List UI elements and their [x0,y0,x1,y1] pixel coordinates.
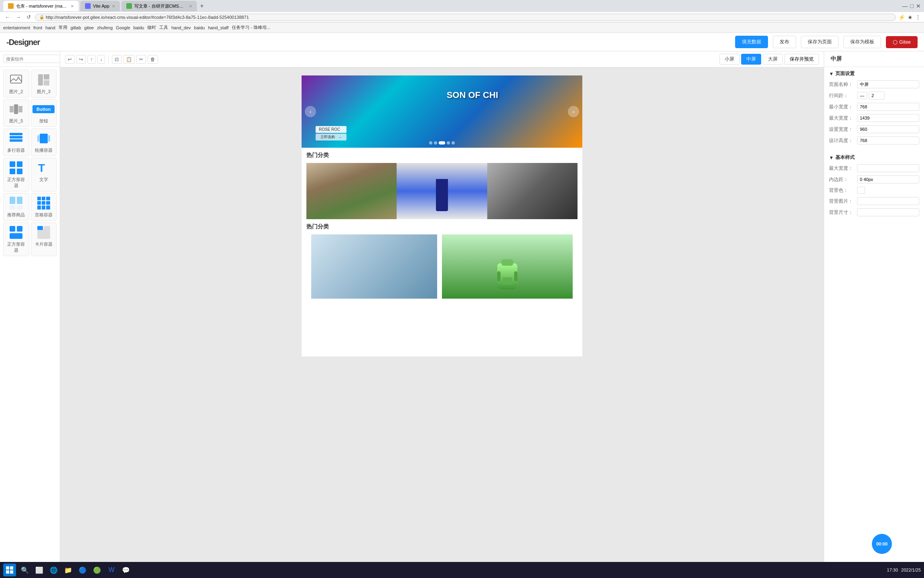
save-template-button[interactable]: 保存为模板 [843,36,881,48]
extensions-icon[interactable]: ⚡ [898,14,905,20]
bookmark-tools[interactable]: 工具 [159,24,168,31]
taskbar-word[interactable]: W [106,564,117,576]
undo-button[interactable]: ↩ [65,55,75,64]
paste-button[interactable]: 📋 [123,55,135,64]
tab-close-3[interactable]: ✕ [189,4,192,8]
bookmark-gitlab[interactable]: gitlab [71,25,81,30]
bookmark-entertainment[interactable]: entertainment [3,25,30,30]
banner-dot-4[interactable] [447,141,450,144]
tab-close-1[interactable]: ✕ [71,4,74,8]
component-button[interactable]: Button 按钮 [31,99,57,127]
component-square2[interactable]: 正方形容器 [3,222,29,256]
component-img5[interactable]: 图片_5 [3,99,29,127]
tab-write[interactable]: 写文章 - 自研开源CMS可视化... ✕ [122,1,197,11]
cut-button[interactable]: ✂ [136,55,146,64]
min-width-input[interactable] [857,103,919,111]
delete-button[interactable]: 🗑 [148,55,158,64]
size-large-button[interactable]: 大屏 [763,54,783,65]
bookmark-front[interactable]: front [33,25,42,30]
category2-left[interactable] [311,234,437,299]
category-item-pants[interactable] [397,163,487,219]
page-name-input[interactable] [857,80,919,88]
padding-label: 内边距： [829,176,857,183]
start-button[interactable] [3,564,16,576]
component-img2[interactable]: 图片_2 [3,70,29,98]
save-page-button[interactable]: 保存为页面 [801,36,839,48]
component-multirow[interactable]: 多行容器 [3,128,29,156]
timer-bubble[interactable]: 00:00 [872,534,892,554]
taskbar-taskview[interactable]: ⬜ [34,564,45,576]
bg-size-input[interactable] [857,208,919,216]
restore-icon[interactable]: □ [910,3,914,9]
max-width-input[interactable] [857,114,919,122]
tab-close-2[interactable]: ✕ [112,4,115,8]
save-preview-button[interactable]: 保存并预览 [784,54,819,65]
bookmark-zhufeng[interactable]: zhufeng [97,25,113,30]
url-bar[interactable]: 🔒 http://martsforever-pot.gitee.io/react… [35,14,896,21]
bookmark-hand[interactable]: hand [45,25,55,30]
basic-style-header[interactable]: ▼ 基本样式 [829,154,919,161]
padding-input[interactable] [857,175,919,183]
bg-image-input[interactable] [857,197,919,205]
taskbar-explorer[interactable]: 📁 [63,564,74,576]
banner-dot-1[interactable] [429,141,432,144]
bookmark-google[interactable]: Google [116,25,130,30]
move-up-button[interactable]: ↑ [87,55,95,64]
forward-button[interactable]: → [14,13,22,21]
banner-prev-button[interactable]: ‹ [305,106,316,117]
banner-dot-5[interactable] [452,141,455,144]
move-down-button[interactable]: ↓ [97,55,105,64]
bookmark-icon[interactable]: ★ [908,14,913,20]
banner-dot-2[interactable] [434,141,437,144]
page-settings-header[interactable]: ▼ 页面设置 [829,70,919,77]
bookmark-task[interactable]: 任务学习 - 珠峰培... [232,24,270,31]
fill-data-button[interactable]: 填充数据 [735,36,768,48]
category2-right[interactable] [442,234,573,299]
bookmark-baidu2[interactable]: baidu [194,25,205,30]
design-height-input[interactable] [857,136,919,144]
redo-button[interactable]: ↪ [76,55,86,64]
banner-next-button[interactable]: › [568,106,579,117]
bookmark-gitee[interactable]: gitee [84,25,94,30]
bookmark-zuoshi[interactable]: 做时 [147,24,156,31]
gitee-button[interactable]: ⬡ Gitee [886,36,918,48]
row-gap-minus[interactable]: — [857,92,867,99]
category-item-shoes[interactable] [306,163,397,219]
component-text[interactable]: T 文字 [31,158,57,191]
banner-dot-3[interactable] [439,141,445,144]
taskbar-chat[interactable]: 💬 [120,564,132,576]
component-square[interactable]: 正方形容器 [3,158,29,191]
publish-button[interactable]: 发布 [773,36,796,48]
copy-button[interactable]: ⊡ [112,55,122,64]
bg-color-picker[interactable] [857,187,865,194]
taskbar-chrome[interactable]: 🔵 [77,564,88,576]
component-palace[interactable]: 宫格容器 [31,193,57,221]
taskbar-chrome2[interactable]: 🟢 [91,564,103,576]
menu-icon[interactable]: ⋮ [915,14,921,20]
reload-button[interactable]: ↺ [25,13,32,21]
component-img3[interactable]: 图片_3 [31,70,57,98]
bookmark-handdev[interactable]: hand_dev [171,25,190,30]
product-sub-btn[interactable]: 立即选购 → [316,134,346,140]
taskbar-edge[interactable]: 🌐 [48,564,59,576]
bookmark-baidu1[interactable]: baidu [134,25,144,30]
new-tab-button[interactable]: + [198,2,206,10]
tab-martsforever[interactable]: 仓库 - martsforever (martsfo... ✕ [3,1,79,11]
style-max-width-input[interactable] [857,164,919,172]
bookmark-common[interactable]: 常用 [59,24,67,31]
bookmark-handstaff[interactable]: hand_staff [208,25,229,30]
component-carousel[interactable]: 轮播容器 [31,128,57,156]
size-small-button[interactable]: 小屏 [719,54,740,65]
set-width-input[interactable] [857,125,919,133]
component-recommend[interactable]: 推荐商品 [3,193,29,221]
category-item-item3[interactable] [487,163,578,219]
tab-vite[interactable]: Vite App ✕ [80,1,120,11]
component-tabcard[interactable]: 卡片容器 [31,222,57,256]
close-window-icon[interactable]: ✕ [916,3,921,9]
search-input[interactable] [3,55,60,63]
row-gap-input[interactable] [869,92,885,100]
size-medium-button[interactable]: 中屏 [741,54,761,65]
taskbar-search[interactable]: 🔍 [19,564,30,576]
minimize-icon[interactable]: — [902,3,908,9]
back-button[interactable]: ← [3,13,12,21]
